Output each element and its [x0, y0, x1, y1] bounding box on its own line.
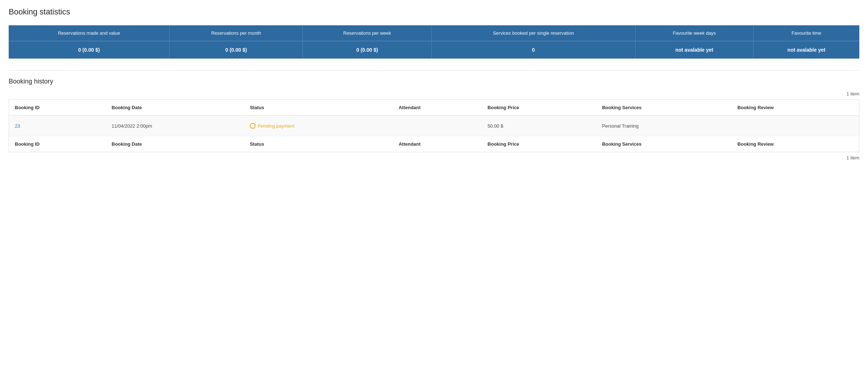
- cell-status: Pending payment: [244, 116, 393, 136]
- stats-val-favourite-days: not avalable yet: [635, 41, 753, 59]
- cell-booking-review: [732, 116, 859, 136]
- status-circle-icon: [250, 123, 256, 129]
- status-pending-badge: Pending payment: [250, 123, 387, 129]
- stats-col-header-favourite-days: Favourite week days: [635, 25, 753, 41]
- cell-booking-price: 50.00 $: [482, 116, 597, 136]
- col-header-booking-price: Booking Price: [482, 100, 597, 116]
- page-title: Booking statistics: [9, 7, 859, 17]
- col-header-booking-services: Booking Services: [596, 100, 731, 116]
- booking-history-table: Booking ID Booking Date Status Attendant…: [9, 99, 859, 152]
- cell-attendant: [393, 116, 482, 136]
- footer-col-status: Status: [244, 136, 393, 152]
- item-count-bottom: 1 item: [9, 155, 859, 160]
- footer-col-booking-review: Booking Review: [732, 136, 859, 152]
- cell-booking-services: Personal Training: [596, 116, 731, 136]
- footer-col-booking-price: Booking Price: [482, 136, 597, 152]
- booking-id-link[interactable]: 23: [15, 123, 20, 129]
- cell-booking-id: 23: [9, 116, 106, 136]
- table-footer-row: Booking ID Booking Date Status Attendant…: [9, 136, 859, 152]
- stats-val-reservations-made: 0 (0.00 $): [9, 41, 170, 59]
- footer-col-attendant: Attendant: [393, 136, 482, 152]
- section-divider: [9, 70, 859, 70]
- table-row: 23 11/04/2022 2:00pm Pending payment 50.…: [9, 116, 859, 136]
- stats-val-reservations-month: 0 (0.00 $): [170, 41, 303, 59]
- stats-col-header-reservations-month: Reservations per month: [170, 25, 303, 41]
- stats-col-header-reservations-week: Reservations per week: [303, 25, 432, 41]
- item-count-top: 1 item: [9, 91, 859, 97]
- col-header-booking-review: Booking Review: [732, 100, 859, 116]
- footer-col-booking-id: Booking ID: [9, 136, 106, 152]
- col-header-booking-date: Booking Date: [106, 100, 244, 116]
- stats-val-services-booked: 0: [432, 41, 636, 59]
- stats-table: Reservations made and value Reservations…: [9, 25, 859, 59]
- stats-val-favourite-time: not avalable yet: [753, 41, 859, 59]
- footer-col-booking-date: Booking Date: [106, 136, 244, 152]
- booking-history-title: Booking history: [9, 78, 859, 85]
- cell-booking-date: 11/04/2022 2:00pm: [106, 116, 244, 136]
- status-label: Pending payment: [258, 123, 294, 129]
- col-header-booking-id: Booking ID: [9, 100, 106, 116]
- footer-col-booking-services: Booking Services: [596, 136, 731, 152]
- stats-col-header-reservations-made: Reservations made and value: [9, 25, 170, 41]
- col-header-attendant: Attendant: [393, 100, 482, 116]
- col-header-status: Status: [244, 100, 393, 116]
- stats-col-header-services-booked: Services booked per single reservation: [432, 25, 636, 41]
- stats-val-reservations-week: 0 (0.00 $): [303, 41, 432, 59]
- stats-col-header-favourite-time: Favourite time: [753, 25, 859, 41]
